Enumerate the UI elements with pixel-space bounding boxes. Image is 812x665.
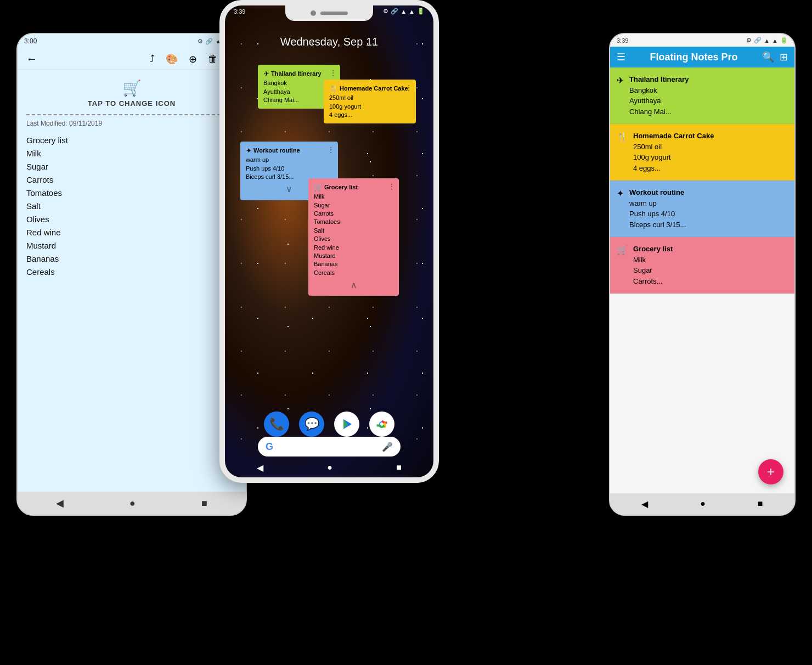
- left-back-nav[interactable]: ◀: [56, 497, 64, 509]
- center-home-nav[interactable]: ●: [327, 463, 332, 473]
- note-line-2: Sugar: [26, 160, 237, 173]
- right-status-bar: 3:39 ⚙ 🔗 ▲ ▲ 🔋: [610, 34, 794, 47]
- center-status-icons: ⚙ 🔗 ▲ ▲ 🔋: [383, 8, 425, 15]
- right-header: ☰ Floating Notes Pro 🔍 ⊞: [610, 47, 794, 67]
- left-recent-nav[interactable]: ■: [201, 498, 207, 509]
- center-battery-icon: 🔋: [417, 8, 425, 15]
- more-icon-green[interactable]: ⋮: [329, 68, 337, 79]
- camera: [311, 10, 316, 16]
- google-mic-icon[interactable]: 🎤: [382, 442, 393, 452]
- center-link-icon: 🔗: [391, 8, 398, 15]
- note-line-7: Red wine: [26, 226, 237, 239]
- center-nav-bar: ◀ ● ■: [225, 463, 433, 473]
- right-status-icons: ⚙ 🔗 ▲ ▲ 🔋: [746, 37, 788, 44]
- right-recent-nav[interactable]: ■: [758, 499, 763, 509]
- share-button[interactable]: ⤴: [150, 53, 155, 65]
- pink-line5: Salt: [314, 227, 393, 235]
- note-fork-icon: 🍴: [617, 132, 628, 142]
- last-modified: Last Modified: 09/11/2019: [26, 120, 237, 127]
- center-settings-icon: ⚙: [383, 8, 388, 15]
- google-search-bar[interactable]: G 🎤: [258, 437, 401, 457]
- sticky-yellow[interactable]: ⋮ 🍴 Homemade Carrot Cake 250ml oil 100g …: [324, 80, 416, 123]
- left-status-bar: 3:00 ⚙ 🔗 ▲ ▲ 🔋: [18, 34, 246, 48]
- note-line-3: Carrots: [26, 173, 237, 187]
- right-wifi-icon: ▲: [764, 37, 770, 44]
- speaker: [320, 12, 348, 15]
- left-link-icon: 🔗: [205, 38, 213, 45]
- cart-icon: 🛒: [122, 79, 142, 97]
- back-button[interactable]: ←: [26, 53, 37, 65]
- fork-knife-icon: 🍴: [329, 84, 338, 94]
- note-line-6: Olives: [26, 213, 237, 226]
- google-g-logo: G: [266, 441, 273, 453]
- blue-line2: Push ups 4/10: [246, 165, 332, 173]
- scene: 3:00 ⚙ 🔗 ▲ ▲ 🔋 ← ⤴ 🎨 ⊕ 🗑 ✓ 🛒 TAP TO CH: [0, 0, 812, 665]
- right-signal-icon: ▲: [772, 37, 778, 44]
- note-cake-text: Homemade Carrot Cake 250ml oil 100g yogu…: [633, 131, 714, 173]
- more-icon-pink[interactable]: ⋮: [388, 182, 396, 193]
- right-phone: 3:39 ⚙ 🔗 ▲ ▲ 🔋 ☰ Floating Notes Pro 🔍 ⊞ …: [609, 33, 796, 516]
- right-link-icon: 🔗: [754, 37, 762, 44]
- left-nav-bar: ◀ ● ■: [18, 492, 246, 515]
- left-home-nav[interactable]: ●: [129, 498, 136, 509]
- svg-point-3: [380, 422, 384, 426]
- note-plane-icon: ✈: [617, 75, 624, 86]
- note-line-8: Mustard: [26, 239, 237, 252]
- right-time: 3:39: [617, 37, 628, 44]
- center-signal-icon: ▲: [409, 8, 415, 15]
- delete-button[interactable]: 🗑: [208, 53, 218, 65]
- note-item-cake[interactable]: 🍴 Homemade Carrot Cake 250ml oil 100g yo…: [610, 124, 794, 181]
- yellow-line2: 100g yogurt: [329, 103, 410, 111]
- note-line-9: Bananas: [26, 252, 237, 266]
- yellow-line3: 4 eggs...: [329, 111, 410, 119]
- yellow-line1: 250ml oil: [329, 94, 410, 102]
- pink-line8: Mustard: [314, 252, 393, 260]
- right-battery-icon: 🔋: [780, 37, 788, 44]
- note-thailand-text: Thailand Itinerary Bangkok Ayutthaya Chi…: [629, 74, 689, 117]
- phone-app[interactable]: 📞: [264, 412, 289, 437]
- pink-line1: Milk: [314, 193, 393, 201]
- center-time: 3:39: [234, 8, 245, 15]
- palette-button[interactable]: 🎨: [166, 53, 178, 65]
- center-wifi-icon: ▲: [401, 8, 407, 15]
- note-item-thailand[interactable]: ✈ Thailand Itinerary Bangkok Ayutthaya C…: [610, 67, 794, 124]
- center-phone-inner: 3:39 ⚙ 🔗 ▲ ▲ 🔋 Wednesday, Sep 11 ⋮ ✈ Tha…: [225, 5, 433, 477]
- left-time: 3:00: [24, 37, 37, 45]
- note-workout-text: Workout routine warm up Push ups 4/10 Bi…: [629, 187, 686, 230]
- right-search-icon[interactable]: 🔍: [762, 51, 774, 63]
- divider: [26, 114, 237, 115]
- note-cart-icon: 🛒: [617, 245, 628, 255]
- fab-add-button[interactable]: +: [758, 459, 783, 484]
- right-nav-bar: ◀ ● ■: [610, 493, 794, 515]
- note-line-10: Cereals: [26, 266, 237, 279]
- note-workout-icon: ✦: [617, 188, 624, 199]
- left-settings-icon: ⚙: [198, 38, 203, 45]
- pink-line4: Tomatoes: [314, 218, 393, 226]
- center-back-nav[interactable]: ◀: [257, 463, 263, 473]
- note-grocery-text: Grocery list Milk Sugar Carrots...: [633, 244, 673, 286]
- more-icon-yellow[interactable]: ⋮: [405, 83, 413, 94]
- center-phone: 3:39 ⚙ 🔗 ▲ ▲ 🔋 Wednesday, Sep 11 ⋮ ✈ Tha…: [219, 0, 439, 483]
- note-line-5: Salt: [26, 200, 237, 213]
- right-menu-icon[interactable]: ☰: [617, 51, 625, 63]
- note-line-4: Tomatoes: [26, 187, 237, 200]
- sticky-pink[interactable]: ⋮ 🛒 Grocery list Milk Sugar Carrots Toma…: [308, 178, 399, 296]
- messages-app[interactable]: 💬: [299, 412, 324, 437]
- right-back-nav[interactable]: ◀: [641, 499, 648, 509]
- notch: [285, 5, 373, 21]
- icon-change-area[interactable]: 🛒 TAP TO CHANGE ICON: [26, 79, 237, 108]
- pink-line9: Bananas: [314, 260, 393, 268]
- right-grid-icon[interactable]: ⊞: [780, 51, 788, 63]
- note-item-grocery[interactable]: 🛒 Grocery list Milk Sugar Carrots...: [610, 237, 794, 294]
- right-home-nav[interactable]: ●: [700, 499, 706, 509]
- more-icon-blue[interactable]: ⋮: [327, 145, 335, 156]
- notes-list: ✈ Thailand Itinerary Bangkok Ayutthaya C…: [610, 67, 794, 493]
- collapse-pink[interactable]: ∧: [314, 279, 393, 291]
- center-recent-nav[interactable]: ■: [396, 463, 402, 473]
- center-date: Wednesday, Sep 11: [225, 36, 433, 48]
- chrome-app[interactable]: [369, 412, 394, 437]
- add-button[interactable]: ⊕: [189, 53, 197, 65]
- note-line-0: Grocery list: [26, 134, 237, 147]
- play-app[interactable]: [334, 412, 359, 437]
- note-item-workout[interactable]: ✦ Workout routine warm up Push ups 4/10 …: [610, 181, 794, 237]
